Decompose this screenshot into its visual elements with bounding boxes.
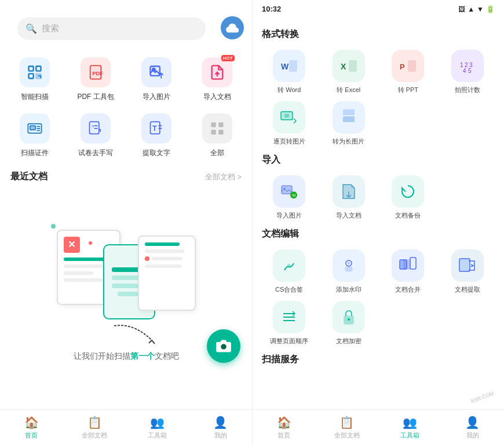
nav-tools[interactable]: 👥 工具箱 [126, 410, 189, 445]
to-excel-label: 转 Excel [337, 86, 360, 94]
svg-text:5: 5 [468, 68, 472, 74]
import-img-label: 导入图片 [143, 92, 170, 102]
grid-item-scan[interactable]: 智能扫描 [5, 52, 65, 108]
grid-item-all[interactable]: 全部 [187, 108, 247, 164]
docs-icon: 📋 [87, 415, 102, 429]
battery-icon: 🔋 [486, 5, 495, 13]
id-card-icon [27, 120, 43, 137]
pdf-icon-box: PDF [81, 57, 111, 87]
to-word-label: 转 Word [277, 86, 301, 94]
all-label: 全部 [210, 148, 224, 158]
import-doc-label: 导入文档 [203, 92, 231, 102]
tool-merge[interactable]: 文档合并 [381, 247, 436, 296]
reorder-label: 调整页面顺序 [270, 337, 308, 345]
import-img2-label: 导入图片 [276, 211, 302, 220]
scan-icon [27, 64, 43, 80]
tool-cs-sign[interactable]: CS合合签 [262, 247, 317, 296]
svg-text:X: X [341, 62, 346, 71]
import-doc-icon-box: HOT [202, 57, 232, 87]
format-grid: W 转 Word X 转 Excel [262, 47, 495, 97]
grid-item-id-card[interactable]: 扫描证件 [5, 108, 65, 164]
scan-icon-box [20, 57, 50, 87]
tool-backup[interactable]: 文档备份 [381, 173, 436, 222]
encrypt-icon [333, 301, 365, 333]
section-title-import: 导入 [262, 154, 495, 166]
all-docs-link[interactable]: 全部文档 > [205, 172, 242, 182]
section-title-format: 格式转换 [262, 28, 495, 41]
tool-long-img[interactable]: 转为长图片 [322, 99, 377, 148]
status-bar: 10:32 🖼 ▲ ▼ 🔋 [253, 0, 504, 18]
svg-rect-20 [211, 123, 216, 127]
right-scroll-area[interactable]: 格式转换 W 转 Word X [253, 18, 504, 409]
camera-fab[interactable] [207, 329, 240, 363]
search-icon: 🔍 [25, 23, 37, 34]
nav-all-docs[interactable]: 📋 全部文档 [63, 410, 126, 445]
nav-mine[interactable]: 👤 我的 [189, 410, 252, 445]
nav-home[interactable]: 🏠 首页 [0, 410, 63, 445]
edit-grid-row1: CS合合签 添加水印 [262, 247, 495, 296]
r-nav-home[interactable]: 🏠 首页 [253, 410, 316, 445]
section-title-edit: 文档编辑 [262, 228, 495, 240]
svg-rect-33 [408, 60, 416, 72]
search-bar[interactable]: 🔍 搜索 [17, 17, 206, 40]
empty-text: 让我们开始扫描第一个文档吧 [74, 351, 179, 362]
svg-text:W: W [292, 193, 296, 197]
search-placeholder: 搜索 [42, 23, 198, 34]
wifi-icon: ▼ [477, 5, 484, 13]
svg-rect-42 [284, 114, 289, 117]
tool-to-ppt[interactable]: P 转 PPT [381, 47, 436, 97]
svg-rect-64 [459, 259, 470, 271]
left-panel: 🔍 搜索 智能扫描 PDF PDF [0, 0, 252, 445]
grid-item-import-img[interactable]: 导入图片 [126, 52, 187, 108]
svg-text:×: × [92, 124, 94, 129]
edit-grid-row2: 调整页面顺序 文档加密 [262, 299, 495, 348]
mine-icon: 👤 [213, 415, 228, 429]
to-excel-icon: X [333, 50, 365, 82]
extract-icon-box: T [141, 113, 171, 144]
svg-text:P: P [400, 62, 405, 71]
tool-import-img2[interactable]: W 导入图片 [262, 173, 317, 222]
grid-item-exam[interactable]: × 试卷去手写 [65, 108, 126, 164]
r-nav-docs[interactable]: 📋 全部文档 [316, 410, 379, 445]
svg-rect-52 [397, 181, 418, 202]
empty-area: ✕ [0, 187, 252, 409]
tool-to-word[interactable]: W 转 Word [262, 47, 317, 97]
tool-count[interactable]: 1 2 3 4 5 拍照计数 [440, 47, 495, 97]
svg-rect-45 [343, 116, 355, 122]
all-icon-box [202, 113, 232, 144]
tool-page-to-img[interactable]: 逐页转图片 [262, 99, 317, 148]
r-nav-tools[interactable]: 👥 工具箱 [378, 410, 441, 445]
cs-sign-label: CS合合签 [275, 285, 303, 294]
svg-rect-44 [343, 109, 355, 115]
all-icon [209, 120, 225, 137]
tool-extract2[interactable]: 文档提取 [440, 247, 495, 296]
svg-text:W: W [281, 62, 289, 71]
grid-item-import-doc[interactable]: HOT 导入文档 [187, 52, 247, 108]
section-title-scan-service: 扫描服务 [262, 354, 495, 366]
reorder-icon [273, 301, 305, 333]
cloud-button[interactable] [221, 16, 244, 39]
svg-text:T: T [152, 124, 157, 133]
svg-rect-30 [349, 60, 357, 72]
tool-reorder[interactable]: 调整页面顺序 [262, 299, 317, 348]
svg-text:4: 4 [463, 68, 466, 74]
arrow [111, 323, 158, 348]
import-doc-icon [209, 64, 225, 80]
tool-to-excel[interactable]: X 转 Excel [322, 47, 377, 97]
photo-icon: 🖼 [458, 5, 465, 13]
grid-item-extract[interactable]: T 提取文字 [126, 108, 187, 164]
grid-item-pdf[interactable]: PDF PDF 工具包 [65, 52, 126, 108]
page-img-label: 逐页转图片 [273, 137, 305, 146]
recent-title: 最近文档 [10, 171, 48, 183]
extract2-label: 文档提取 [455, 285, 480, 294]
count-icon: 1 2 3 4 5 [451, 50, 484, 82]
svg-point-24 [221, 344, 226, 350]
watermark-text: SSR.COM [470, 391, 495, 404]
tool-encrypt[interactable]: 文档加密 [322, 299, 377, 348]
to-ppt-icon: P [392, 50, 424, 82]
import-img-icon [148, 64, 165, 80]
r-nav-mine[interactable]: 👤 我的 [441, 410, 505, 445]
tool-import-doc2[interactable]: 导入文档 [322, 173, 377, 222]
svg-rect-2 [29, 73, 34, 78]
tool-watermark[interactable]: 添加水印 [322, 247, 377, 296]
